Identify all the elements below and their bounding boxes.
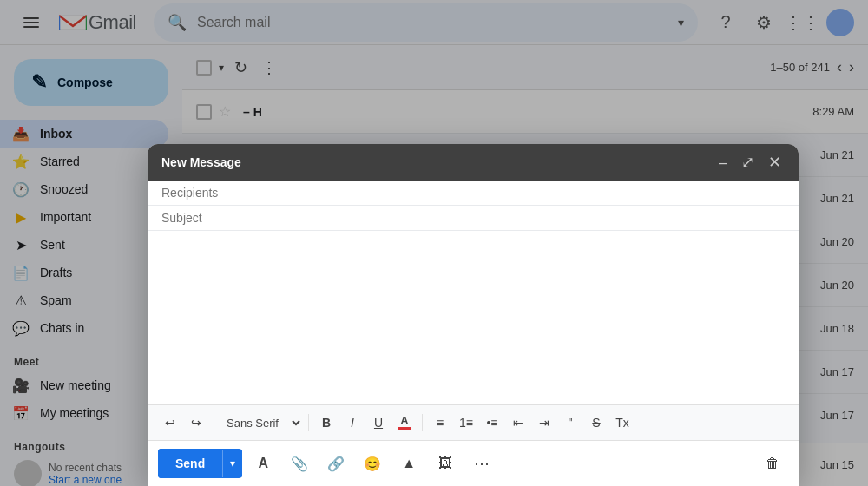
minimize-button[interactable]: – <box>715 154 731 172</box>
close-compose-button[interactable]: ✕ <box>765 153 785 172</box>
insert-photo-button[interactable]: 🖼 <box>430 448 461 479</box>
insert-emoji-button[interactable]: 😊 <box>357 448 388 479</box>
bullet-list-button[interactable]: •≡ <box>480 410 504 435</box>
text-format-toggle-button[interactable]: A <box>247 448 279 479</box>
numbered-list-button[interactable]: 1≡ <box>454 410 478 435</box>
insert-drive-button[interactable]: ▲ <box>393 448 424 479</box>
toolbar-separator <box>214 414 214 431</box>
format-toolbar: ↩ ↪ Sans Serif Serif Monospace B I U A ≡… <box>148 404 799 440</box>
compose-body[interactable] <box>148 231 799 404</box>
indent-more-button[interactable]: ⇥ <box>532 410 556 435</box>
undo-button[interactable]: ↩ <box>158 410 182 435</box>
insert-link-button[interactable]: 🔗 <box>320 448 352 479</box>
redo-button[interactable]: ↪ <box>184 410 208 435</box>
compose-header-controls: – ⤢ ✕ <box>715 153 785 172</box>
remove-format-button[interactable]: Tx <box>610 410 635 435</box>
toolbar-separator <box>422 414 423 431</box>
discard-draft-button[interactable]: 🗑 <box>757 448 788 479</box>
subject-input[interactable] <box>161 211 785 225</box>
subject-field[interactable] <box>148 206 799 231</box>
compose-dialog-title: New Message <box>161 155 241 169</box>
attach-file-button[interactable]: 📎 <box>284 448 315 479</box>
compose-bottom-bar: Send ▾ A 📎 🔗 😊 ▲ 🖼 ⋯ 🗑 <box>148 440 799 486</box>
quote-button[interactable]: " <box>558 410 582 435</box>
recipients-field[interactable] <box>148 181 799 206</box>
indent-less-button[interactable]: ⇤ <box>506 410 530 435</box>
underline-button[interactable]: U <box>366 410 391 435</box>
more-compose-options-button[interactable]: ⋯ <box>466 448 497 479</box>
compose-dialog: New Message – ⤢ ✕ ↩ ↪ Sans Serif Serif M… <box>148 144 799 486</box>
font-family-select[interactable]: Sans Serif Serif Monospace <box>220 414 303 432</box>
italic-button[interactable]: I <box>340 410 365 435</box>
compose-header[interactable]: New Message – ⤢ ✕ <box>148 144 799 181</box>
bold-button[interactable]: B <box>314 410 339 435</box>
toolbar-separator <box>308 414 309 431</box>
send-button[interactable]: Send <box>158 449 222 478</box>
send-button-group: Send ▾ <box>158 449 242 478</box>
expand-button[interactable]: ⤢ <box>738 153 758 172</box>
strikethrough-button[interactable]: S <box>584 410 608 435</box>
recipients-input[interactable] <box>161 186 785 200</box>
send-options-button[interactable]: ▾ <box>222 450 242 477</box>
text-color-button[interactable]: A <box>392 410 417 435</box>
align-button[interactable]: ≡ <box>428 410 452 435</box>
